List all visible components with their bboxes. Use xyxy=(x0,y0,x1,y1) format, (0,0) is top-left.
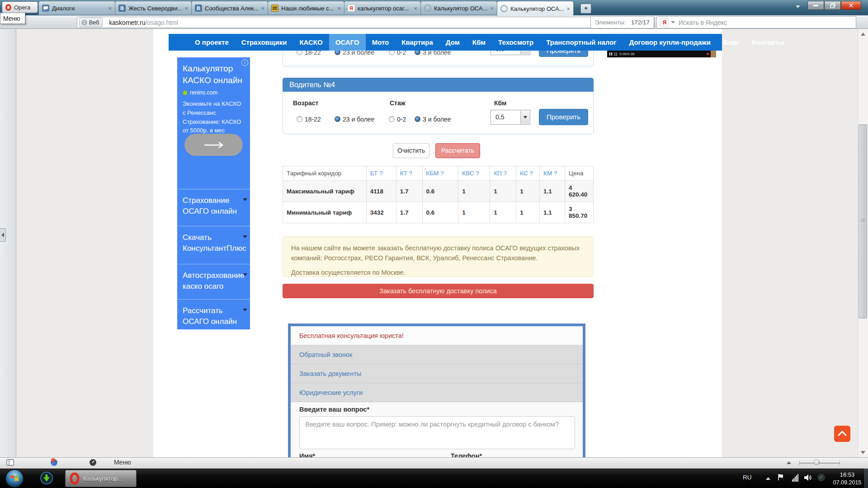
close-icon[interactable]: × xyxy=(566,6,570,12)
search-input[interactable] xyxy=(678,19,852,27)
sidebar-item-auto-insurance[interactable]: Автострахование каско осаго xyxy=(177,264,250,299)
radio-exp-0-2[interactable] xyxy=(389,116,395,122)
start-button[interactable] xyxy=(5,469,24,488)
calculate-button[interactable]: Рассчитать xyxy=(435,143,480,158)
close-icon[interactable]: × xyxy=(108,5,112,11)
action-center-flag-icon[interactable] xyxy=(777,473,785,483)
tab-osago-1[interactable]: Калькулятор ОСА... × xyxy=(420,1,497,15)
panel-collapse-arrow[interactable] xyxy=(0,228,6,242)
zoom-popup-caret-icon[interactable] xyxy=(787,461,791,464)
close-icon[interactable]: × xyxy=(337,5,341,11)
consult-link-legal[interactable]: Юридические услуги xyxy=(291,383,583,402)
col-header: Цена xyxy=(565,166,593,181)
nav-item-osago[interactable]: ОСАГО xyxy=(329,34,366,51)
taskbar-clock[interactable]: 16:53 07.09.2015 xyxy=(830,470,864,487)
close-icon[interactable]: × xyxy=(490,5,494,11)
sidebar-item-calc-osago[interactable]: Рассчитать ОСАГО онлайн xyxy=(177,299,250,329)
nav-item-moto[interactable]: Мото xyxy=(366,34,396,51)
radio-label: 3 и более xyxy=(423,116,451,123)
kasko-ad-block[interactable]: i Калькулятор КАСКО онлайн renins.com Эк… xyxy=(177,57,250,189)
tab-vk-1[interactable]: В Жесть Северодви... × xyxy=(115,1,192,15)
ad-title[interactable]: Калькулятор КАСКО онлайн xyxy=(183,63,245,86)
scroll-to-top-button[interactable] xyxy=(834,426,850,442)
close-icon[interactable]: × xyxy=(414,5,417,11)
zoom-slider-knob[interactable] xyxy=(814,460,819,465)
tray-expand-icon[interactable] xyxy=(766,477,770,480)
search-engine-caret-icon[interactable] xyxy=(671,21,675,23)
consult-link-documents[interactable]: Заказать документы xyxy=(291,364,583,383)
nav-item-tax[interactable]: Транспортный налог xyxy=(540,34,623,51)
nav-item-contacts[interactable]: Контакты xyxy=(745,34,790,51)
scrollbar-up-arrow[interactable] xyxy=(858,29,868,39)
new-tab-button[interactable]: + xyxy=(580,4,591,14)
tab-yandex-search[interactable]: Я калькулятор осаг... × xyxy=(344,1,421,15)
statusbar-menu-button[interactable]: Меню xyxy=(114,459,131,466)
network-signal-icon[interactable] xyxy=(792,474,798,482)
nav-item-blog[interactable]: Блог xyxy=(717,34,746,51)
nav-item-inspection[interactable]: Техосмотр xyxy=(492,34,540,51)
nav-item-contract[interactable]: Договор купли-продажи xyxy=(623,34,717,51)
yandex-icon: Я xyxy=(660,19,669,27)
col-header-ks-link[interactable]: КС ? xyxy=(516,166,540,181)
kbm-select[interactable]: 0,5 xyxy=(491,110,530,125)
nav-item-house[interactable]: Дом xyxy=(439,34,466,51)
web-badge[interactable]: Веб xyxy=(79,18,103,27)
opera-turbo-icon[interactable] xyxy=(90,459,96,466)
scrollbar-thumb[interactable] xyxy=(859,124,867,319)
mediaget-taskbar-icon[interactable] xyxy=(40,471,53,485)
radio-age-23-plus[interactable] xyxy=(335,116,340,122)
col-header-kt-link[interactable]: КТ ? xyxy=(396,166,422,181)
consult-link-callback[interactable]: Обратный звонок xyxy=(291,345,583,364)
nav-item-insurers[interactable]: Страховщики xyxy=(235,34,293,51)
antivirus-tray-icon[interactable]: ✓ xyxy=(817,474,825,481)
address-bar[interactable]: Веб kaskometr.ru/osago.html xyxy=(77,17,655,28)
cell: 4 620.40 xyxy=(565,181,593,202)
order-delivery-button[interactable]: Заказать бесплатную доставку полиса xyxy=(283,284,594,298)
chevron-down-icon xyxy=(243,273,247,276)
restore-button[interactable] xyxy=(824,1,841,10)
loading-icon xyxy=(424,5,431,12)
nav-item-about[interactable]: О проекте xyxy=(189,34,235,51)
yandex-search-field[interactable]: Я xyxy=(656,16,856,28)
nav-item-kbm[interactable]: Кбм xyxy=(466,34,492,51)
cell: 1 xyxy=(458,202,490,223)
cell: 1 xyxy=(490,202,516,223)
nav-item-kasko[interactable]: КАСКО xyxy=(293,34,329,51)
opera-sync-icon[interactable] xyxy=(51,459,57,466)
ad-arrow-button[interactable] xyxy=(184,134,243,156)
opera-menu-button[interactable]: Opera xyxy=(2,1,38,13)
tab-dialogs[interactable]: Диалоги × xyxy=(38,1,115,15)
show-desktop-button[interactable] xyxy=(864,469,868,488)
radio-exp-3-plus[interactable] xyxy=(415,116,420,122)
nav-item-flat[interactable]: Квартира xyxy=(395,34,439,51)
tab-osago-active[interactable]: Калькулятор ОСА... × xyxy=(497,1,574,16)
col-header-kp-link[interactable]: КП ? xyxy=(490,166,516,181)
col-header-km-link[interactable]: КМ ? xyxy=(540,166,565,181)
tab-vk-2[interactable]: В Сообщества Алек... × xyxy=(191,1,268,15)
volume-icon[interactable] xyxy=(614,53,617,56)
panel-toggle-icon[interactable] xyxy=(6,459,14,468)
window-dropdown-caret-icon[interactable] xyxy=(796,5,800,8)
language-indicator[interactable]: RU xyxy=(743,474,752,481)
check-kbm-button[interactable]: Проверить xyxy=(539,109,588,125)
tab-niva[interactable]: Наши любимые с... × xyxy=(268,1,344,15)
zoom-slider-track[interactable] xyxy=(799,463,840,464)
question-textarea[interactable] xyxy=(299,416,575,449)
minimize-button[interactable] xyxy=(807,1,824,10)
close-icon[interactable]: × xyxy=(261,5,264,11)
video-ad-player[interactable]: 0:05/0:36 xyxy=(607,51,716,57)
volume-icon[interactable] xyxy=(804,474,813,483)
scrollbar-down-arrow[interactable] xyxy=(858,447,868,457)
radio-age-18-22[interactable] xyxy=(297,116,302,122)
pause-icon[interactable] xyxy=(609,52,610,56)
clear-button[interactable]: Очистить xyxy=(393,143,429,158)
col-header-kbm-link[interactable]: КБМ ? xyxy=(422,166,458,181)
col-header-kvs-link[interactable]: КВС ? xyxy=(458,166,490,181)
taskbar-task-opera[interactable]: Калькулятор... xyxy=(65,470,137,487)
close-icon[interactable]: × xyxy=(184,5,188,11)
close-window-button[interactable]: ✕ xyxy=(841,1,861,10)
select-arrow-icon[interactable] xyxy=(520,111,529,124)
col-header-bt-link[interactable]: БТ ? xyxy=(366,166,396,181)
sidebar-item-consultant[interactable]: Скачать КонсультантПлюс xyxy=(177,226,250,264)
sidebar-item-osago-online[interactable]: Страхование ОСАГО онлайн xyxy=(177,189,250,226)
